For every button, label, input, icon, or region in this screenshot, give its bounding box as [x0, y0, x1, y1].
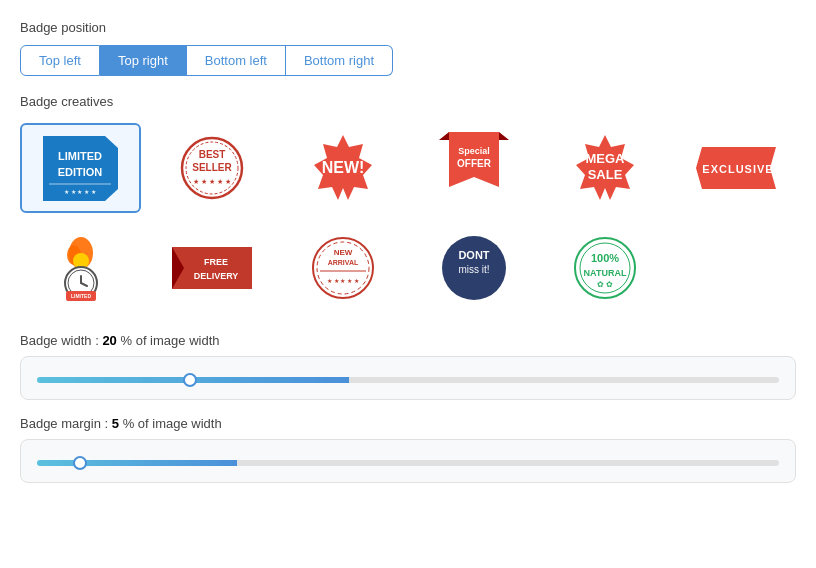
svg-text:LIMITED: LIMITED: [71, 293, 91, 299]
badge-exclusive[interactable]: EXCLUSIVE: [675, 123, 796, 213]
svg-marker-12: [439, 132, 449, 140]
svg-text:SELLER: SELLER: [192, 162, 232, 173]
badge-margin-section: Badge margin : 5 % of image width: [20, 416, 796, 483]
svg-text:EXCLUSIVE: EXCLUSIVE: [702, 163, 773, 175]
svg-text:★ ★ ★ ★ ★: ★ ★ ★ ★ ★: [327, 278, 359, 284]
svg-text:DELIVERY: DELIVERY: [193, 271, 238, 281]
badge-new[interactable]: NEW!: [282, 123, 403, 213]
badge-dont-miss[interactable]: DONT miss it!: [413, 223, 534, 313]
badge-limited-edition[interactable]: LIMITED EDITION ★ ★ ★ ★ ★: [20, 123, 141, 213]
badge-width-label: Badge width : 20 % of image width: [20, 333, 796, 348]
position-btn-top-left[interactable]: Top left: [20, 45, 100, 76]
badges-grid: LIMITED EDITION ★ ★ ★ ★ ★ BEST SELLER ★ …: [20, 123, 796, 313]
position-btn-bottom-left[interactable]: Bottom left: [187, 45, 286, 76]
svg-text:✿ ✿: ✿ ✿: [596, 280, 612, 289]
svg-text:LIMITED: LIMITED: [58, 150, 102, 162]
badge-creatives-label: Badge creatives: [20, 94, 796, 109]
svg-text:NEW: NEW: [333, 248, 352, 257]
badge-new-arrival[interactable]: NEW ARRIVAL ★ ★ ★ ★ ★: [282, 223, 403, 313]
badge-width-section: Badge width : 20 % of image width: [20, 333, 796, 400]
svg-text:MEGA: MEGA: [585, 151, 625, 166]
svg-text:100%: 100%: [590, 252, 618, 264]
svg-text:miss it!: miss it!: [458, 264, 489, 275]
position-btn-bottom-right[interactable]: Bottom right: [286, 45, 393, 76]
badge-margin-slider[interactable]: [37, 460, 779, 466]
badge-margin-slider-container: [20, 439, 796, 483]
svg-text:Special: Special: [458, 146, 490, 156]
svg-text:NATURAL: NATURAL: [583, 268, 626, 278]
badge-margin-value: 5: [112, 416, 119, 431]
badge-width-slider[interactable]: [37, 377, 779, 383]
badge-margin-label: Badge margin : 5 % of image width: [20, 416, 796, 431]
badge-width-slider-container: [20, 356, 796, 400]
badge-width-value: 20: [102, 333, 116, 348]
badge-position-label: Badge position: [20, 20, 796, 35]
svg-text:BEST: BEST: [198, 149, 225, 160]
svg-marker-13: [499, 132, 509, 140]
svg-text:NEW!: NEW!: [321, 159, 364, 176]
svg-text:DONT: DONT: [458, 249, 489, 261]
badge-mega-sale[interactable]: MEGA SALE: [544, 123, 665, 213]
badge-best-seller[interactable]: BEST SELLER ★ ★ ★ ★ ★: [151, 123, 272, 213]
svg-text:OFFER: OFFER: [457, 158, 492, 169]
position-btn-top-right[interactable]: Top right: [100, 45, 187, 76]
svg-text:★ ★ ★ ★ ★: ★ ★ ★ ★ ★: [64, 189, 96, 195]
badge-position-group: Top left Top right Bottom left Bottom ri…: [20, 45, 796, 76]
badge-special-offer[interactable]: Special OFFER: [413, 123, 534, 213]
svg-text:SALE: SALE: [587, 167, 622, 182]
svg-text:★ ★ ★ ★ ★: ★ ★ ★ ★ ★: [193, 178, 231, 185]
svg-point-33: [313, 238, 373, 298]
svg-text:EDITION: EDITION: [58, 166, 103, 178]
badge-natural[interactable]: 100% NATURAL ✿ ✿: [544, 223, 665, 313]
badge-free-delivery[interactable]: FREE DELIVERY: [151, 223, 272, 313]
svg-text:ARRIVAL: ARRIVAL: [327, 259, 358, 266]
svg-text:FREE: FREE: [203, 257, 227, 267]
badge-limited-offer[interactable]: LIMITED: [20, 223, 141, 313]
